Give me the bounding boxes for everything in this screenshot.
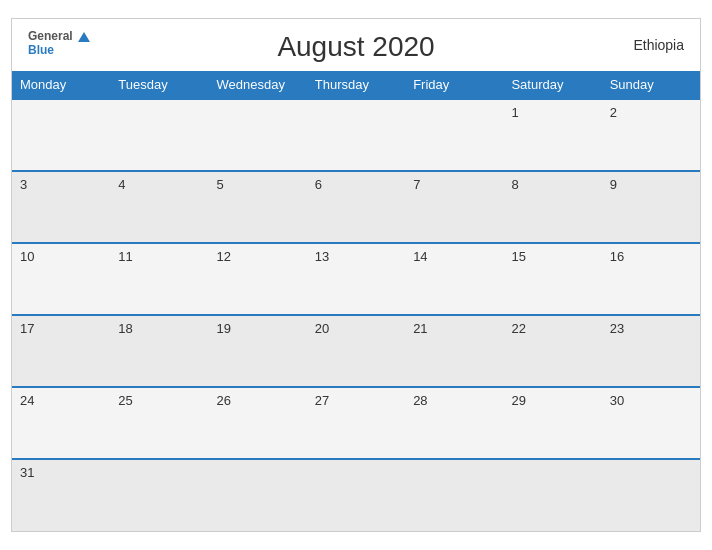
calendar-day-cell: 22: [503, 315, 601, 387]
calendar-day-cell: [209, 99, 307, 171]
calendar-day-cell: 21: [405, 315, 503, 387]
calendar-day-cell: [110, 99, 208, 171]
day-number: 17: [20, 321, 34, 336]
calendar-title: August 2020: [277, 31, 434, 63]
col-saturday: Saturday: [503, 71, 601, 99]
calendar-day-cell: 4: [110, 171, 208, 243]
calendar-day-cell: 19: [209, 315, 307, 387]
day-number: 14: [413, 249, 427, 264]
day-number: 6: [315, 177, 322, 192]
col-tuesday: Tuesday: [110, 71, 208, 99]
day-number: 20: [315, 321, 329, 336]
day-number: 25: [118, 393, 132, 408]
calendar-day-cell: 31: [12, 459, 110, 531]
calendar-day-cell: 30: [602, 387, 700, 459]
country-label: Ethiopia: [633, 37, 684, 53]
calendar-day-cell: [307, 459, 405, 531]
calendar-day-cell: 17: [12, 315, 110, 387]
day-number: 24: [20, 393, 34, 408]
col-sunday: Sunday: [602, 71, 700, 99]
calendar-day-cell: [307, 99, 405, 171]
day-number: 27: [315, 393, 329, 408]
day-number: 30: [610, 393, 624, 408]
calendar-week-row: 3456789: [12, 171, 700, 243]
calendar-week-row: 12: [12, 99, 700, 171]
calendar-day-cell: 16: [602, 243, 700, 315]
calendar-day-cell: [503, 459, 601, 531]
logo-flag-icon: [78, 32, 90, 42]
weekday-header-row: Monday Tuesday Wednesday Thursday Friday…: [12, 71, 700, 99]
day-number: 18: [118, 321, 132, 336]
calendar-day-cell: [602, 459, 700, 531]
day-number: 23: [610, 321, 624, 336]
day-number: 7: [413, 177, 420, 192]
day-number: 29: [511, 393, 525, 408]
logo: General Blue: [28, 29, 90, 58]
calendar-day-cell: 12: [209, 243, 307, 315]
day-number: 28: [413, 393, 427, 408]
calendar-day-cell: 25: [110, 387, 208, 459]
calendar-day-cell: 3: [12, 171, 110, 243]
calendar-grid: Monday Tuesday Wednesday Thursday Friday…: [12, 71, 700, 531]
logo-blue-text: Blue: [28, 43, 54, 57]
calendar-day-cell: 2: [602, 99, 700, 171]
day-number: 4: [118, 177, 125, 192]
day-number: 26: [217, 393, 231, 408]
day-number: 31: [20, 465, 34, 480]
day-number: 1: [511, 105, 518, 120]
col-monday: Monday: [12, 71, 110, 99]
calendar-day-cell: 28: [405, 387, 503, 459]
calendar-day-cell: 9: [602, 171, 700, 243]
day-number: 10: [20, 249, 34, 264]
col-thursday: Thursday: [307, 71, 405, 99]
calendar-day-cell: 15: [503, 243, 601, 315]
day-number: 2: [610, 105, 617, 120]
calendar-day-cell: 24: [12, 387, 110, 459]
day-number: 5: [217, 177, 224, 192]
day-number: 15: [511, 249, 525, 264]
calendar-day-cell: 5: [209, 171, 307, 243]
calendar: General Blue August 2020 Ethiopia Monday…: [11, 18, 701, 532]
calendar-day-cell: [110, 459, 208, 531]
day-number: 21: [413, 321, 427, 336]
calendar-day-cell: 8: [503, 171, 601, 243]
calendar-week-row: 17181920212223: [12, 315, 700, 387]
calendar-day-cell: 14: [405, 243, 503, 315]
day-number: 9: [610, 177, 617, 192]
calendar-day-cell: 13: [307, 243, 405, 315]
calendar-day-cell: 18: [110, 315, 208, 387]
calendar-day-cell: [209, 459, 307, 531]
day-number: 11: [118, 249, 132, 264]
calendar-week-row: 31: [12, 459, 700, 531]
calendar-day-cell: [405, 459, 503, 531]
day-number: 13: [315, 249, 329, 264]
day-number: 16: [610, 249, 624, 264]
calendar-week-row: 10111213141516: [12, 243, 700, 315]
calendar-day-cell: 6: [307, 171, 405, 243]
day-number: 19: [217, 321, 231, 336]
day-number: 8: [511, 177, 518, 192]
calendar-day-cell: 1: [503, 99, 601, 171]
calendar-day-cell: 7: [405, 171, 503, 243]
calendar-day-cell: [405, 99, 503, 171]
calendar-day-cell: [12, 99, 110, 171]
calendar-week-row: 24252627282930: [12, 387, 700, 459]
day-number: 3: [20, 177, 27, 192]
col-friday: Friday: [405, 71, 503, 99]
calendar-day-cell: 23: [602, 315, 700, 387]
calendar-day-cell: 27: [307, 387, 405, 459]
calendar-day-cell: 20: [307, 315, 405, 387]
logo-general-text: General: [28, 29, 73, 43]
calendar-header: General Blue August 2020 Ethiopia: [12, 19, 700, 71]
day-number: 22: [511, 321, 525, 336]
calendar-day-cell: 26: [209, 387, 307, 459]
calendar-day-cell: 11: [110, 243, 208, 315]
col-wednesday: Wednesday: [209, 71, 307, 99]
calendar-day-cell: 10: [12, 243, 110, 315]
calendar-day-cell: 29: [503, 387, 601, 459]
day-number: 12: [217, 249, 231, 264]
